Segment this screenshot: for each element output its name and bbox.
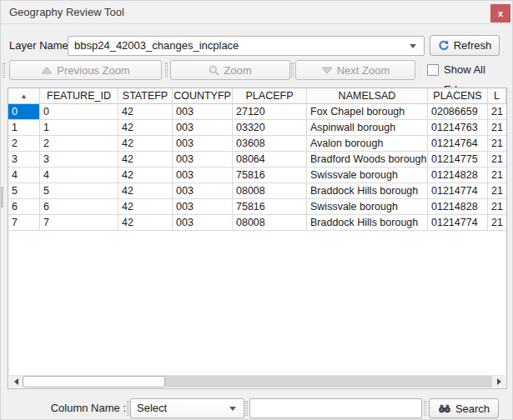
- table-cell[interactable]: 7: [40, 215, 118, 231]
- layer-name-combobox[interactable]: bbsp24_42003_changes_incplace: [68, 36, 425, 56]
- table-cell[interactable]: 03608: [233, 136, 307, 152]
- table-cell[interactable]: 01214774: [428, 183, 488, 199]
- scroll-left-button[interactable]: [9, 376, 23, 388]
- table-cell[interactable]: 0: [40, 104, 118, 120]
- table-cell[interactable]: 21: [488, 104, 506, 120]
- table-cell[interactable]: 4: [40, 168, 118, 183]
- layer-name-label: Layer Name :: [9, 36, 74, 56]
- corner-header[interactable]: ▲: [8, 88, 40, 104]
- row-header[interactable]: 5: [8, 183, 40, 199]
- table-cell[interactable]: 6: [40, 199, 118, 215]
- zoom-button[interactable]: Zoom: [170, 60, 290, 80]
- row-header[interactable]: 6: [8, 199, 40, 215]
- table-cell[interactable]: 02086659: [428, 104, 488, 120]
- table-row: 224200303608Avalon borough0121476421: [8, 136, 506, 152]
- table-cell[interactable]: 08008: [233, 215, 307, 231]
- table-cell[interactable]: 003: [173, 183, 233, 199]
- table-cell[interactable]: 003: [173, 152, 233, 168]
- table-cell[interactable]: 01214763: [428, 120, 488, 136]
- search-button[interactable]: Search: [429, 398, 499, 418]
- close-button[interactable]: x: [490, 4, 510, 22]
- table-cell[interactable]: 75816: [233, 199, 307, 215]
- table-cell[interactable]: 003: [173, 215, 233, 231]
- table-cell[interactable]: 003: [173, 120, 233, 136]
- table-cell[interactable]: 003: [173, 199, 233, 215]
- close-icon: x: [498, 8, 503, 18]
- table-cell[interactable]: 21: [488, 152, 506, 168]
- show-all-edges-checkbox[interactable]: [427, 64, 439, 76]
- search-input[interactable]: [249, 398, 422, 418]
- column-header-L[interactable]: L: [488, 88, 506, 104]
- table-cell[interactable]: 003: [173, 104, 233, 120]
- scroll-right-button[interactable]: [492, 376, 505, 388]
- table-header-row: ▲FEATURE_IDSTATEFPCOUNTYFPPLACEFPNAMELSA…: [8, 88, 506, 104]
- row-header[interactable]: 1: [8, 120, 40, 136]
- table-cell[interactable]: 27120: [233, 104, 307, 120]
- table-cell[interactable]: 01214774: [428, 215, 488, 231]
- table-cell[interactable]: 03320: [233, 120, 307, 136]
- table-cell[interactable]: 42: [118, 168, 173, 183]
- column-header-PLACENS[interactable]: PLACENS: [428, 88, 488, 104]
- column-header-STATEFP[interactable]: STATEFP: [118, 88, 173, 104]
- magnifier-icon: [209, 65, 219, 76]
- table-cell[interactable]: 21: [488, 120, 506, 136]
- table-cell[interactable]: 01214775: [428, 152, 488, 168]
- column-header-PLACEFP[interactable]: PLACEFP: [233, 88, 307, 104]
- table-cell[interactable]: 42: [118, 136, 173, 152]
- table-cell[interactable]: 08064: [233, 152, 307, 168]
- table-cell[interactable]: Avalon borough: [307, 136, 428, 152]
- scrollbar-thumb[interactable]: [23, 376, 165, 388]
- column-name-label: Column Name :: [47, 398, 126, 418]
- table-cell[interactable]: 42: [118, 104, 173, 120]
- horizontal-scrollbar[interactable]: [9, 375, 505, 388]
- column-header-FEATURE_ID[interactable]: FEATURE_ID: [40, 88, 118, 104]
- table-cell[interactable]: 21: [488, 183, 506, 199]
- table-cell[interactable]: 2: [40, 136, 118, 152]
- column-header-COUNTYFP[interactable]: COUNTYFP: [173, 88, 233, 104]
- geography-review-tool-window: Geography Review Tool x Layer Name : bbs…: [0, 0, 513, 420]
- row-header[interactable]: 4: [8, 168, 40, 183]
- table-cell[interactable]: 75816: [233, 168, 307, 183]
- scrollbar-track[interactable]: [165, 376, 492, 388]
- table-cell[interactable]: 42: [118, 215, 173, 231]
- row-header[interactable]: 7: [8, 215, 40, 231]
- table-cell[interactable]: Bradford Woods borough: [307, 152, 428, 168]
- table-cell[interactable]: 21: [488, 215, 506, 231]
- previous-zoom-label: Previous Zoom: [57, 64, 129, 77]
- row-header[interactable]: 3: [8, 152, 40, 168]
- zoom-label: Zoom: [224, 64, 251, 77]
- table-cell[interactable]: 01214828: [428, 168, 488, 183]
- previous-zoom-button[interactable]: Previous Zoom: [9, 60, 162, 80]
- row-header[interactable]: 2: [8, 136, 40, 152]
- table-cell[interactable]: 42: [118, 152, 173, 168]
- table-cell[interactable]: 42: [118, 120, 173, 136]
- table-cell[interactable]: 42: [118, 199, 173, 215]
- row-header[interactable]: 0: [8, 104, 40, 120]
- table-cell[interactable]: 21: [488, 168, 506, 183]
- table-cell[interactable]: Fox Chapel borough: [307, 104, 428, 120]
- table-cell[interactable]: Braddock Hills borough: [307, 183, 428, 199]
- table-cell[interactable]: 08008: [233, 183, 307, 199]
- table-cell[interactable]: Braddock Hills borough: [307, 215, 428, 231]
- table-cell[interactable]: 42: [118, 183, 173, 199]
- layer-name-value: bbsp24_42003_changes_incplace: [74, 39, 239, 52]
- table-cell[interactable]: 5: [40, 183, 118, 199]
- table-cell[interactable]: 21: [488, 199, 506, 215]
- table-cell[interactable]: 01214764: [428, 136, 488, 152]
- table-cell[interactable]: 01214828: [428, 199, 488, 215]
- column-header-NAMELSAD[interactable]: NAMELSAD: [307, 88, 428, 104]
- refresh-button[interactable]: Refresh: [430, 35, 500, 56]
- table-cell[interactable]: 003: [173, 136, 233, 152]
- panel-edge-grip[interactable]: [1, 187, 3, 208]
- table-cell[interactable]: 003: [173, 168, 233, 183]
- next-zoom-button[interactable]: Next Zoom: [295, 60, 415, 80]
- table-cell[interactable]: Swissvale borough: [307, 199, 428, 215]
- table-cell[interactable]: Aspinwall borough: [307, 120, 428, 136]
- layout-handle: [165, 62, 168, 78]
- table-row: 664200375816Swissvale borough0121482821: [8, 199, 506, 215]
- table-cell[interactable]: Swissvale borough: [307, 168, 428, 183]
- table-cell[interactable]: 21: [488, 136, 506, 152]
- table-cell[interactable]: 3: [40, 152, 118, 168]
- column-name-combobox[interactable]: Select: [130, 398, 244, 418]
- table-cell[interactable]: 1: [40, 120, 118, 136]
